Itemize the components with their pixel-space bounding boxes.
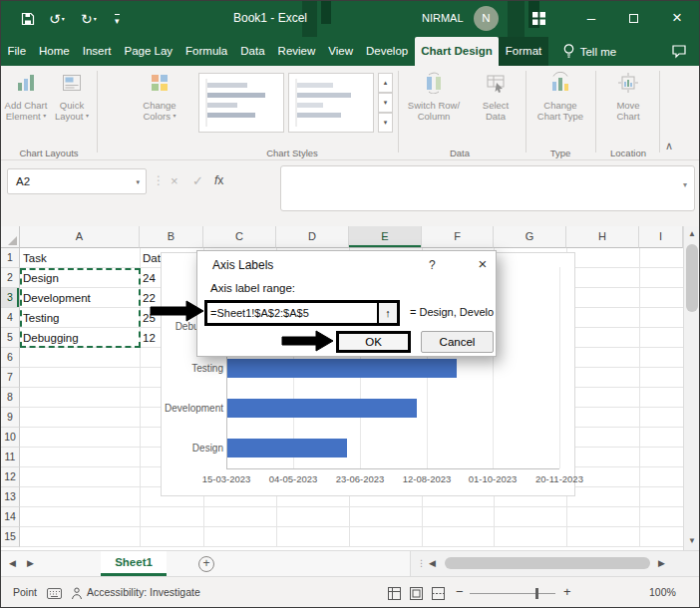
row-header[interactable]: 9 <box>1 408 20 428</box>
change-colors-button[interactable]: Change Colors ▾ <box>127 71 192 147</box>
name-box[interactable]: A2 ▾ <box>7 168 147 194</box>
row-header[interactable]: 3 <box>1 288 20 308</box>
bar-testing[interactable] <box>227 359 457 378</box>
horizontal-scrollbar[interactable]: ⋮ ◀ ▶ <box>410 551 700 576</box>
new-sheet-button[interactable]: + <box>198 556 214 572</box>
col-header-a[interactable]: A <box>20 226 140 248</box>
tab-home[interactable]: Home <box>33 37 77 66</box>
customize-quick-access-toolbar-icon[interactable]: ▾ <box>115 14 120 26</box>
col-header-c[interactable]: C <box>203 226 276 248</box>
normal-view-icon[interactable] <box>388 587 401 602</box>
enter-entry-icon[interactable]: ✓ <box>192 173 203 188</box>
col-header-e[interactable]: E <box>349 226 422 248</box>
close-button[interactable]: × <box>657 1 697 37</box>
cell-a1[interactable]: Task <box>23 251 47 265</box>
row-header[interactable]: 12 <box>1 467 20 487</box>
row-header[interactable]: 2 <box>1 268 20 288</box>
row-header[interactable]: 8 <box>1 388 20 408</box>
sheet-nav-right-icon[interactable]: ▶ <box>27 551 34 576</box>
help-icon[interactable]: ? <box>429 258 436 272</box>
sheet-nav-left-icon[interactable]: ◀ <box>9 551 16 576</box>
axis-label-range-input[interactable]: =Sheet1!$A$2:$A$5 ↑ <box>204 300 400 326</box>
tab-view[interactable]: View <box>322 37 360 66</box>
tab-page-layout[interactable]: Page Lay <box>118 37 179 66</box>
dialog-close-icon[interactable]: × <box>473 255 493 272</box>
zoom-slider-track[interactable] <box>470 593 555 594</box>
sheet-tab-sheet1[interactable]: Sheet1 <box>101 551 167 576</box>
tab-insert[interactable]: Insert <box>76 37 118 66</box>
avatar[interactable]: N <box>474 6 499 31</box>
scroll-up-icon[interactable]: ▲ <box>684 226 700 242</box>
zoom-out-icon[interactable]: − <box>456 584 464 599</box>
chart-style-thumbnail-2[interactable] <box>288 73 374 133</box>
gallery-scroll-down-icon[interactable]: ▾ <box>378 93 393 113</box>
cell-b5[interactable]: 12 <box>143 331 156 345</box>
gallery-more-icon[interactable]: ▾ <box>378 113 393 133</box>
change-chart-type-button[interactable]: Change Chart Type <box>529 71 591 147</box>
gallery-scroll-up-icon[interactable]: ▴ <box>378 73 393 93</box>
vertical-scrollbar[interactable]: ▲ ▼ <box>683 226 700 550</box>
tab-format[interactable]: Format <box>499 37 547 66</box>
row-header[interactable]: 1 <box>1 248 20 268</box>
tell-me-button[interactable]: Tell me <box>562 37 616 66</box>
ok-button[interactable]: OK <box>336 331 411 353</box>
row-header[interactable]: 5 <box>1 328 20 348</box>
select-all-corner[interactable] <box>1 226 20 248</box>
redo-button[interactable]: ↻▾ <box>81 9 97 29</box>
collapse-dialog-range-selector-icon[interactable]: ↑ <box>377 303 397 323</box>
tab-formulas[interactable]: Formula <box>179 37 234 66</box>
switch-row-column-button[interactable]: Switch Row/ Column <box>402 71 466 147</box>
chart-style-thumbnail-1[interactable] <box>198 73 284 133</box>
col-header-g[interactable]: G <box>494 226 566 248</box>
tab-developer[interactable]: Develop <box>360 37 415 66</box>
move-chart-button[interactable]: Move Chart <box>601 71 655 147</box>
zoom-level[interactable]: 100% <box>649 586 676 598</box>
horizontal-scrollbar-thumb[interactable] <box>445 557 650 569</box>
col-header-b[interactable]: B <box>140 226 203 248</box>
zoom-in-icon[interactable]: + <box>563 584 571 599</box>
minimize-button[interactable]: – <box>571 1 611 37</box>
bar-development[interactable] <box>227 399 417 418</box>
col-header-f[interactable]: F <box>422 226 494 248</box>
row-header[interactable]: 11 <box>1 448 20 467</box>
page-break-view-icon[interactable] <box>432 587 445 602</box>
tab-review[interactable]: Review <box>271 37 322 66</box>
row-header[interactable]: 7 <box>1 368 20 388</box>
bar-design[interactable] <box>227 439 347 457</box>
row-header[interactable]: 4 <box>1 308 20 328</box>
formula-input[interactable] <box>280 165 695 211</box>
keyboard-icon[interactable] <box>47 588 62 601</box>
col-header-i[interactable]: I <box>639 226 683 248</box>
ribbon-display-options-icon[interactable] <box>531 11 546 30</box>
scroll-down-icon[interactable]: ▼ <box>684 533 700 549</box>
tab-chart-design[interactable]: Chart Design <box>415 37 500 66</box>
formula-bar-expand-icon[interactable]: ▾ <box>683 180 687 189</box>
maximize-button[interactable] <box>613 1 653 37</box>
row-header[interactable]: 10 <box>1 428 20 448</box>
tab-data[interactable]: Data <box>234 37 271 66</box>
range-input-value[interactable]: =Sheet1!$A$2:$A$5 <box>207 303 377 323</box>
row-header[interactable]: 13 <box>1 487 20 507</box>
splitter-grip-icon[interactable]: ⋮ <box>417 551 426 576</box>
scroll-right-icon[interactable]: ▶ <box>658 551 665 576</box>
cell-b4[interactable]: 25 <box>143 311 156 325</box>
insert-function-icon[interactable]: fx <box>214 173 223 187</box>
col-header-d[interactable]: D <box>276 226 349 248</box>
cell-b3[interactable]: 22 <box>143 291 156 305</box>
page-layout-view-icon[interactable] <box>410 587 423 602</box>
collapse-ribbon-icon[interactable]: ∧ <box>665 140 673 152</box>
scroll-left-icon[interactable]: ◀ <box>429 551 436 576</box>
quick-layout-button[interactable]: Quick Layout ▾ <box>50 71 94 147</box>
comments-icon[interactable] <box>671 37 687 66</box>
name-box-dropdown-icon[interactable]: ▾ <box>136 169 140 195</box>
row-header[interactable]: 6 <box>1 348 20 368</box>
cell-b2[interactable]: 24 <box>143 271 156 285</box>
tab-file[interactable]: File <box>1 37 33 66</box>
user-name[interactable]: NIRMAL <box>422 12 464 24</box>
save-icon[interactable] <box>21 12 35 30</box>
vertical-scrollbar-thumb[interactable] <box>686 244 698 312</box>
cancel-entry-icon[interactable]: × <box>171 173 178 188</box>
zoom-slider-thumb[interactable] <box>535 588 538 599</box>
undo-button[interactable]: ↺▾ <box>49 9 65 29</box>
row-header[interactable]: 15 <box>1 527 20 547</box>
